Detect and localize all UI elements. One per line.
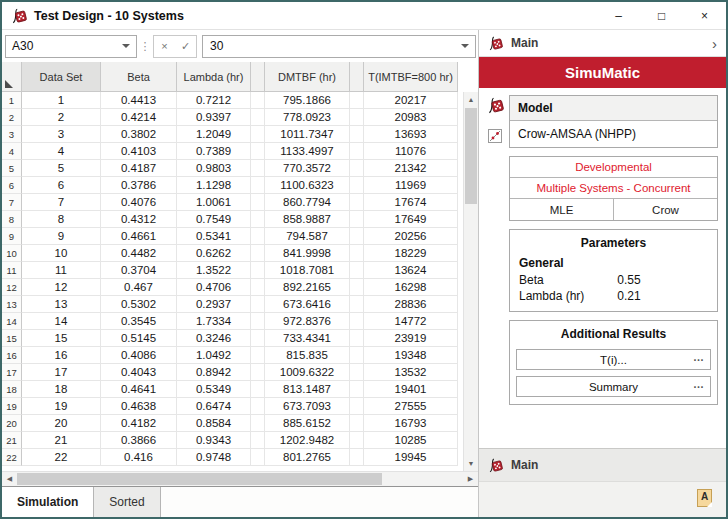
dropdown-arrow-icon[interactable] (122, 44, 130, 48)
row-header-cell[interactable]: 16 (2, 347, 22, 364)
cell-t-imtbf[interactable]: 13624 (364, 262, 458, 279)
column-header-spacer[interactable] (350, 62, 364, 92)
cell-beta[interactable]: 0.4661 (101, 228, 177, 245)
cell-spacer[interactable] (251, 92, 265, 109)
cell-spacer[interactable] (350, 296, 364, 313)
select-all-corner[interactable] (2, 62, 22, 92)
cell-spacer[interactable] (350, 126, 364, 143)
cell-lambda[interactable]: 1.7334 (177, 313, 251, 330)
cell-data-set[interactable]: 4 (22, 143, 101, 160)
cell-dmtbf[interactable]: 885.6152 (265, 415, 350, 432)
column-header-dmtbf[interactable]: DMTBF (hr) (265, 62, 350, 92)
cell-t-imtbf[interactable]: 16793 (364, 415, 458, 432)
cell-data-set[interactable]: 13 (22, 296, 101, 313)
cell-spacer[interactable] (251, 177, 265, 194)
row-header-cell[interactable]: 19 (2, 398, 22, 415)
vertical-scrollbar[interactable]: ▲ ▼ (463, 92, 478, 471)
cell-lambda[interactable]: 0.7389 (177, 143, 251, 160)
model-value[interactable]: Crow-AMSAA (NHPP) (510, 121, 717, 147)
row-header-cell[interactable]: 9 (2, 228, 22, 245)
cell-dmtbf[interactable]: 815.835 (265, 347, 350, 364)
cell-data-set[interactable]: 12 (22, 279, 101, 296)
cell-dmtbf[interactable]: 860.7794 (265, 194, 350, 211)
cell-data-set[interactable]: 2 (22, 109, 101, 126)
cell-beta[interactable]: 0.4638 (101, 398, 177, 415)
cell-lambda[interactable]: 1.0061 (177, 194, 251, 211)
cell-dmtbf[interactable]: 813.1487 (265, 381, 350, 398)
cell-t-imtbf[interactable]: 19401 (364, 381, 458, 398)
formula-bar-splitter-icon[interactable]: ⋮ (139, 40, 151, 53)
cell-beta[interactable]: 0.4043 (101, 364, 177, 381)
cell-beta[interactable]: 0.4103 (101, 143, 177, 160)
tab-simulation[interactable]: Simulation (2, 487, 94, 517)
cell-t-imtbf[interactable]: 23919 (364, 330, 458, 347)
cell-spacer[interactable] (350, 381, 364, 398)
cell-spacer[interactable] (350, 432, 364, 449)
cell-t-imtbf[interactable]: 18229 (364, 245, 458, 262)
horizontal-scroll-thumb[interactable] (17, 473, 382, 485)
cell-t-imtbf[interactable]: 17674 (364, 194, 458, 211)
cell-spacer[interactable] (350, 160, 364, 177)
cell-dmtbf[interactable]: 770.3572 (265, 160, 350, 177)
cell-lambda[interactable]: 0.8584 (177, 415, 251, 432)
cell-t-imtbf[interactable]: 11076 (364, 143, 458, 160)
cell-t-imtbf[interactable]: 20217 (364, 92, 458, 109)
cell-t-imtbf[interactable]: 20983 (364, 109, 458, 126)
cell-dmtbf[interactable]: 841.9998 (265, 245, 350, 262)
cell-lambda[interactable]: 0.3246 (177, 330, 251, 347)
cell-lambda[interactable]: 0.5349 (177, 381, 251, 398)
cell-data-set[interactable]: 18 (22, 381, 101, 398)
row-header-cell[interactable]: 15 (2, 330, 22, 347)
cell-t-imtbf[interactable]: 19945 (364, 449, 458, 466)
row-header-cell[interactable]: 13 (2, 296, 22, 313)
cell-t-imtbf[interactable]: 17649 (364, 211, 458, 228)
cell-data-set[interactable]: 1 (22, 92, 101, 109)
cell-beta[interactable]: 0.4086 (101, 347, 177, 364)
ellipsis-icon[interactable]: … (693, 378, 704, 390)
cell-lambda[interactable]: 0.9803 (177, 160, 251, 177)
row-header-cell[interactable]: 20 (2, 415, 22, 432)
cell-t-imtbf[interactable]: 13693 (364, 126, 458, 143)
vertical-scroll-thumb[interactable] (465, 108, 477, 204)
cell-lambda[interactable]: 0.7549 (177, 211, 251, 228)
column-header-beta[interactable]: Beta (101, 62, 177, 92)
method-mle[interactable]: MLE (510, 199, 614, 220)
cell-beta[interactable]: 0.4214 (101, 109, 177, 126)
simulation-dice-icon[interactable] (487, 97, 504, 114)
cell-spacer[interactable] (251, 449, 265, 466)
cell-lambda[interactable]: 1.3522 (177, 262, 251, 279)
cell-t-imtbf[interactable]: 14772 (364, 313, 458, 330)
cell-beta[interactable]: 0.4312 (101, 211, 177, 228)
row-header-cell[interactable]: 8 (2, 211, 22, 228)
column-header-data-set[interactable]: Data Set (22, 62, 101, 92)
cell-spacer[interactable] (251, 381, 265, 398)
cell-data-set[interactable]: 22 (22, 449, 101, 466)
cell-beta[interactable]: 0.467 (101, 279, 177, 296)
cell-spacer[interactable] (251, 313, 265, 330)
cell-spacer[interactable] (350, 262, 364, 279)
cell-t-imtbf[interactable]: 11969 (364, 177, 458, 194)
cell-lambda[interactable]: 0.2937 (177, 296, 251, 313)
cell-data-set[interactable]: 3 (22, 126, 101, 143)
annotation-note-icon[interactable]: A (697, 489, 712, 507)
cell-spacer[interactable] (350, 347, 364, 364)
cell-t-imtbf[interactable]: 27555 (364, 398, 458, 415)
row-header-cell[interactable]: 10 (2, 245, 22, 262)
cell-spacer[interactable] (251, 347, 265, 364)
cell-lambda[interactable]: 0.6474 (177, 398, 251, 415)
cell-dmtbf[interactable]: 673.6416 (265, 296, 350, 313)
cell-spacer[interactable] (251, 279, 265, 296)
data-type-row[interactable]: Developmental (510, 157, 717, 178)
minimize-button[interactable]: – (597, 2, 640, 29)
cell-lambda[interactable]: 0.9748 (177, 449, 251, 466)
cell-dmtbf[interactable]: 795.1866 (265, 92, 350, 109)
cell-beta[interactable]: 0.3866 (101, 432, 177, 449)
cell-dmtbf[interactable]: 1133.4997 (265, 143, 350, 160)
cell-dmtbf[interactable]: 1009.6322 (265, 364, 350, 381)
cell-data-set[interactable]: 5 (22, 160, 101, 177)
scatter-plot-icon[interactable] (488, 129, 502, 143)
cell-spacer[interactable] (350, 449, 364, 466)
cell-dmtbf[interactable]: 673.7093 (265, 398, 350, 415)
cell-spacer[interactable] (350, 211, 364, 228)
cell-beta[interactable]: 0.3802 (101, 126, 177, 143)
